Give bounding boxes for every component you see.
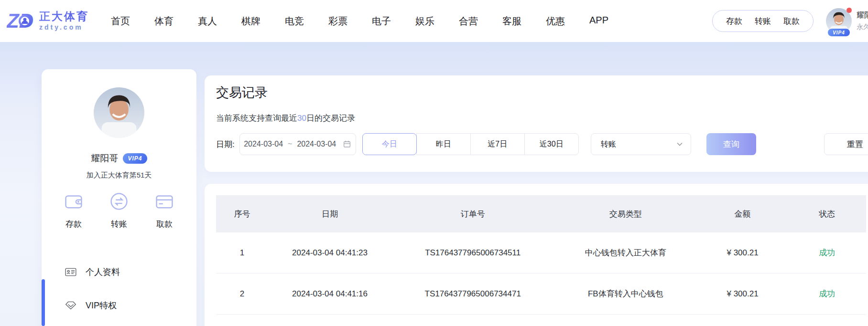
sidebar-menu-label: 个人资料 [86,266,120,278]
date-label: 日期: [216,139,235,150]
date-to-value: 2024-03-04 [297,140,336,148]
nav-item[interactable]: APP [589,15,608,28]
page-background: 耀阳哥 VIP4 加入正大体育第51天 存款 转账 取款 个人资料 [0,42,868,326]
table-cell: 中心钱包转入正大体育 [554,247,697,258]
table-cell: ¥ 300.21 [697,289,788,299]
quick-action[interactable]: 转账 [108,190,130,230]
brand-logo-icon: ZD [7,7,34,35]
date-from-value: 2024-03-04 [244,140,283,148]
profile-username: 耀阳哥 [91,152,118,165]
wallet-quick-links: 存款转账取款 [712,10,814,32]
calendar-icon [343,140,351,148]
user-domain-note: 永久域名 [857,23,868,32]
user-account[interactable]: VIP4 耀阳哥 永久域名 [826,8,868,34]
table-cell: 1 [216,248,268,258]
nav-item[interactable]: 首页 [111,15,130,28]
nav-item[interactable]: 棋牌 [241,15,260,28]
table-row: 22024-03-04 04:41:16TS176437796500673447… [216,273,866,315]
table-header-cell: 状态 [788,209,866,220]
table-header-cell: 交易类型 [554,209,697,220]
brand-domain: zdty.com [39,24,89,31]
quick-action-label: 取款 [156,219,173,230]
wallet-quick-actions: 存款 转账 取款 [42,190,196,230]
quick-action-label: 存款 [65,219,82,230]
nav-item[interactable]: 电子 [372,15,391,28]
nav-item[interactable]: 娱乐 [415,15,434,28]
sidebar-menu-item[interactable]: 个人资料 [42,265,196,279]
wallet-link[interactable]: 取款 [783,16,800,27]
transaction-table: 序号日期订单号交易类型金额状态12024-03-04 04:41:23TS176… [216,195,866,315]
quick-action[interactable]: 取款 [153,190,175,230]
main-content: 交易记录 当前系统支持查询最近30日的交易记录 日期: 2024-03-04 ~… [205,75,868,326]
sidebar-menu-item[interactable]: VIP特权 [42,298,196,313]
filter-row: 日期: 2024-03-04 ~ 2024-03-04 今日昨日近7日近30日 [216,133,868,155]
user-name: 耀阳哥 [857,11,868,21]
table-cell: TS1764377965006734511 [391,248,554,258]
date-range-input[interactable]: 2024-03-04 ~ 2024-03-04 [239,133,356,155]
transaction-table-panel: 序号日期订单号交易类型金额状态12024-03-04 04:41:23TS176… [205,184,868,326]
table-header-cell: 订单号 [391,209,554,220]
table-header-cell: 金额 [697,209,788,220]
nav-item[interactable]: 电竞 [285,15,304,28]
quick-range-button[interactable]: 近30日 [524,133,579,155]
header-actions: 存款转账取款 VIP4 耀阳哥 永久域名 [712,0,868,42]
profile-avatar[interactable] [94,87,144,138]
nav-item[interactable]: 体育 [154,15,174,28]
chevron-down-icon [676,140,684,148]
notification-dot-icon [846,8,852,13]
nav-item[interactable]: 彩票 [328,15,347,28]
user-avatar[interactable]: VIP4 [826,8,852,34]
transfer-icon [108,190,130,212]
nav-item[interactable]: 真人 [198,15,217,28]
table-cell: ¥ 300.21 [697,248,788,258]
profile-vip-badge: VIP4 [123,153,147,164]
sidebar-menu-label: VIP特权 [86,300,117,311]
nav-item[interactable]: 优惠 [546,15,565,28]
table-row: 12024-03-04 04:41:23TS176437796500673451… [216,232,866,273]
table-cell: TS1764377965006734471 [391,289,554,299]
bank-card-icon [153,190,175,212]
sidebar-menu: 个人资料 VIP特权 [42,265,196,313]
brand-logo[interactable]: ZD 正大体育 zdty.com [7,7,89,35]
status-badge: 成功 [788,247,866,258]
status-badge: 成功 [788,288,866,299]
date-separator: ~ [288,140,292,148]
profile-sidebar: 耀阳哥 VIP4 加入正大体育第51天 存款 转账 取款 个人资料 [42,69,196,326]
table-header-row: 序号日期订单号交易类型金额状态 [216,195,866,232]
vip-badge: VIP4 [827,28,850,37]
quick-range-button[interactable]: 今日 [362,133,417,155]
search-button[interactable]: 查询 [706,133,756,155]
transaction-type-value: 转账 [601,139,616,149]
id-card-icon [65,266,77,278]
table-header-cell: 日期 [268,209,391,220]
profile-join-days: 加入正大体育第51天 [42,171,196,180]
wallet-link[interactable]: 转账 [755,16,771,27]
table-cell: 2024-03-04 04:41:16 [268,289,391,299]
nav-item[interactable]: 合营 [459,15,478,28]
nav-item[interactable]: 客服 [502,15,521,28]
table-cell: 2 [216,289,268,299]
main-menu: 首页体育真人棋牌电竞彩票电子娱乐合营客服优惠APP [111,15,608,28]
reset-button[interactable]: 重置 [824,133,868,155]
quick-range-group: 今日昨日近7日近30日 [362,133,579,155]
brand-name: 正大体育 [39,11,89,22]
quick-range-button[interactable]: 昨日 [416,133,471,155]
quick-range-button[interactable]: 近7日 [470,133,525,155]
scroll-indicator-bar [42,279,45,326]
page-title: 交易记录 [216,84,868,101]
wallet-link[interactable]: 存款 [726,16,742,27]
table-cell: 2024-03-04 04:41:23 [268,248,391,258]
table-cell: FB体育转入中心钱包 [554,288,697,299]
wallet-icon [63,190,85,212]
quick-action-label: 转账 [111,219,127,230]
vip-diamond-icon [65,299,77,312]
quick-action[interactable]: 存款 [63,190,85,230]
transaction-filter-panel: 交易记录 当前系统支持查询最近30日的交易记录 日期: 2024-03-04 ~… [205,75,868,172]
page-subtitle: 当前系统支持查询最近30日的交易记录 [216,113,868,124]
table-header-cell: 序号 [216,209,268,220]
top-navigation: ZD 正大体育 zdty.com 首页体育真人棋牌电竞彩票电子娱乐合营客服优惠A… [0,0,868,42]
transaction-type-select[interactable]: 转账 [591,133,691,155]
